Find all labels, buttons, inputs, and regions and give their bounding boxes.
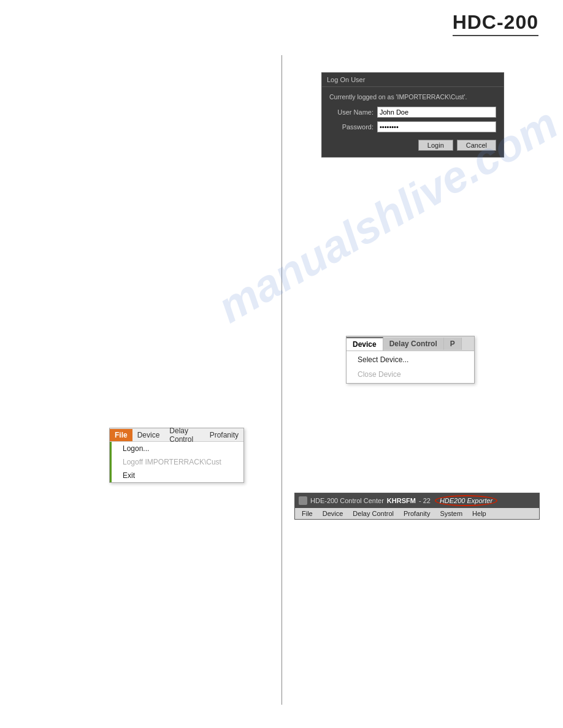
control-center-titlebar: HDE-200 Control Center KHRSFM - 22 HDE20… — [295, 493, 539, 508]
username-label: User Name: — [329, 108, 377, 116]
device-menu-container: Device Delay Control P Select Device... … — [346, 336, 475, 384]
device-tab-p[interactable]: P — [444, 338, 462, 350]
control-center-bar: HDE-200 Control Center KHRSFM - 22 HDE20… — [294, 493, 540, 520]
file-menu-bar: File Device Delay Control Profanity — [110, 428, 243, 442]
control-center-device-oval: HDE200 Exporter — [435, 495, 497, 506]
file-menu-tab-file[interactable]: File — [110, 429, 132, 441]
page-title: HDC-200 — [453, 11, 538, 36]
file-menu-tab-delay-control[interactable]: Delay Control — [164, 426, 204, 444]
app-icon — [299, 496, 307, 505]
device-menu-bar: Device Delay Control P — [347, 336, 474, 351]
file-menu-exit[interactable]: Exit — [112, 469, 243, 482]
file-dropdown: Logon... Logoff IMPORTERRACK\Cust Exit — [110, 442, 243, 482]
password-row: Password: — [329, 121, 496, 132]
control-center-separator: - 22 — [419, 497, 431, 504]
control-center-menu-file[interactable]: File — [297, 509, 317, 518]
device-tab-device[interactable]: Device — [347, 337, 383, 351]
login-button[interactable]: Login — [418, 140, 453, 151]
control-center-station: KHRSFM — [387, 497, 416, 504]
control-center-menu-system[interactable]: System — [435, 509, 467, 518]
logon-status-text: Currently logged on as 'IMPORTERRACK\Cus… — [329, 93, 496, 100]
control-center-title: HDE-200 Control Center — [310, 497, 384, 504]
file-menu-container: File Device Delay Control Profanity Logo… — [109, 428, 244, 483]
cancel-button[interactable]: Cancel — [457, 140, 496, 151]
control-center-menu-delay-control[interactable]: Delay Control — [348, 509, 398, 518]
file-menu-tab-device[interactable]: Device — [132, 430, 165, 440]
file-menu-tab-profanity[interactable]: Profanity — [205, 430, 243, 440]
device-close-device: Close Device — [347, 367, 474, 382]
file-menu-logoff: Logoff IMPORTERRACK\Cust — [112, 455, 243, 469]
control-center-device: HDE200 Exporter — [440, 497, 492, 504]
logon-dialog: Log On User Currently logged on as 'IMPO… — [321, 72, 504, 157]
password-input[interactable] — [377, 121, 496, 132]
device-select-device[interactable]: Select Device... — [347, 352, 474, 367]
logon-dialog-titlebar: Log On User — [322, 73, 504, 87]
password-label: Password: — [329, 123, 377, 131]
username-row: User Name: — [329, 107, 496, 118]
logon-buttons: Login Cancel — [329, 140, 496, 151]
control-center-menu-profanity[interactable]: Profanity — [399, 509, 434, 518]
page-divider — [282, 55, 282, 705]
logon-dialog-body: Currently logged on as 'IMPORTERRACK\Cus… — [322, 87, 504, 157]
control-center-menu-help[interactable]: Help — [468, 509, 491, 518]
control-center-menu-device[interactable]: Device — [318, 509, 348, 518]
username-input[interactable] — [377, 107, 496, 118]
device-tab-delay-control[interactable]: Delay Control — [383, 338, 444, 350]
control-center-menubar: File Device Delay Control Profanity Syst… — [295, 508, 539, 519]
device-dropdown: Select Device... Close Device — [347, 351, 474, 383]
